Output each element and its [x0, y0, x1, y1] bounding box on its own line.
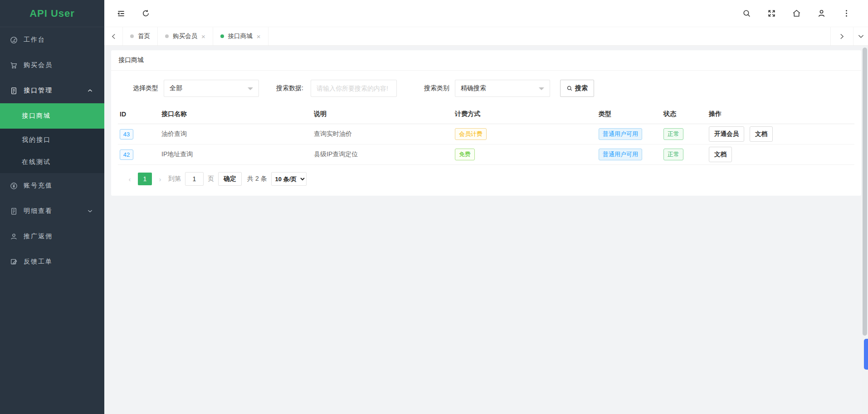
search-input[interactable]: [311, 80, 397, 97]
sidebar-item-label: 账号充值: [24, 182, 104, 190]
goto-page-input[interactable]: [185, 172, 204, 186]
search-icon[interactable]: [742, 9, 752, 19]
tabbar-spacer: [268, 27, 830, 45]
fullscreen-icon[interactable]: [767, 9, 777, 19]
user-icon[interactable]: [817, 9, 827, 19]
person-icon: [10, 233, 18, 241]
status-badge: 正常: [663, 149, 683, 160]
scrollbar-thumb[interactable]: [863, 48, 867, 336]
col-status: 状态: [663, 110, 709, 118]
vertical-scrollbar[interactable]: [862, 46, 868, 414]
tab-api-mall[interactable]: 接口商城 ×: [213, 27, 268, 45]
doc-button[interactable]: 文档: [750, 126, 773, 142]
api-desc: 县级IP查询定位: [314, 150, 455, 159]
table-row: 42 IP地址查询 县级IP查询定位 免费 普通用户可用 正常 文档: [118, 144, 854, 165]
tab-label: 购买会员: [173, 32, 197, 40]
billing-badge: 免费: [455, 149, 475, 160]
tab-label: 接口商城: [228, 32, 253, 40]
tabs-scroll-left-button[interactable]: [104, 27, 123, 45]
tabs-scroll-right-button[interactable]: [830, 27, 853, 45]
collapse-sidebar-icon[interactable]: [116, 9, 126, 19]
col-id: ID: [120, 111, 161, 118]
sidebar-item-label: 反馈工单: [24, 258, 104, 266]
tab-dot: [130, 34, 134, 38]
sidebar-item-label: 接口商城: [22, 112, 51, 120]
tab-label: 首页: [138, 32, 150, 40]
sidebar-item-label: 我的接口: [22, 136, 51, 144]
dashboard-icon: [10, 36, 18, 44]
tab-home[interactable]: 首页: [123, 27, 158, 45]
type-badge: 普通用户可用: [599, 149, 642, 160]
col-type: 类型: [599, 110, 663, 118]
api-table: ID 接口名称 说明 计费方式 类型 状态 操作 43 油价查询 查询实时油价 …: [118, 104, 854, 165]
sidebar-item-label: 推广返佣: [24, 232, 104, 241]
current-page-button[interactable]: 1: [138, 173, 152, 185]
table-row: 43 油价查询 查询实时油价 会员计费 普通用户可用 正常 开通会员 文档: [118, 124, 854, 144]
sidebar-item-details[interactable]: 明细查看: [0, 198, 104, 224]
goto-label: 到第: [168, 175, 181, 183]
sidebar-item-online-test[interactable]: 在线测试: [0, 151, 104, 173]
sidebar-item-api-management[interactable]: 接口管理: [0, 78, 104, 103]
refresh-icon[interactable]: [141, 9, 151, 19]
app-logo: API User: [0, 0, 104, 27]
prev-page-icon[interactable]: ‹: [126, 175, 134, 183]
search-category-label: 搜索类别: [424, 84, 449, 92]
cart-icon: [10, 62, 18, 69]
col-desc: 说明: [314, 110, 455, 118]
api-name: 油价查询: [161, 130, 314, 138]
sidebar-item-api-mall[interactable]: 接口商城: [0, 103, 104, 129]
tab-dot: [165, 34, 169, 38]
tab-dot: [220, 34, 224, 38]
tabs-menu-dropdown-button[interactable]: [853, 27, 868, 45]
tab-close-icon[interactable]: ×: [201, 33, 205, 40]
search-category-select[interactable]: 精确搜索: [455, 80, 550, 97]
api-name: IP地址查询: [161, 150, 314, 159]
col-actions: 操作: [709, 110, 853, 118]
sidebar-item-buy-membership[interactable]: 购买会员: [0, 53, 104, 78]
total-count-label: 共 2 条: [247, 175, 267, 183]
doc-button[interactable]: 文档: [709, 147, 732, 162]
search-button[interactable]: 搜索: [560, 80, 594, 97]
sidebar-item-label: 接口管理: [24, 87, 88, 95]
blue-scroll-marker[interactable]: [864, 339, 868, 370]
type-select-value: 全部: [170, 84, 182, 92]
col-name: 接口名称: [161, 110, 314, 118]
more-vertical-icon[interactable]: [842, 9, 852, 19]
search-small-icon: [566, 85, 573, 91]
open-membership-button[interactable]: 开通会员: [709, 126, 744, 142]
chevron-down-icon: [88, 209, 93, 213]
sidebar-item-label: 工作台: [24, 36, 104, 44]
sidebar-item-recharge[interactable]: 账号充值: [0, 173, 104, 198]
id-badge: 42: [120, 149, 133, 160]
table-header-row: ID 接口名称 说明 计费方式 类型 状态 操作: [118, 104, 854, 124]
sidebar-item-feedback[interactable]: 反馈工单: [0, 249, 104, 274]
confirm-page-button[interactable]: 确定: [218, 172, 242, 186]
sidebar-item-label: 明细查看: [24, 207, 88, 215]
api-desc: 查询实时油价: [314, 130, 455, 138]
page-unit-label: 页: [208, 175, 214, 183]
api-mall-card: 接口商城 选择类型 全部 搜索数据: 搜索类别 精确搜索 搜索: [111, 50, 861, 196]
tab-close-icon[interactable]: ×: [257, 33, 261, 40]
sidebar-item-workbench[interactable]: 工作台: [0, 27, 104, 53]
file-icon: [10, 87, 18, 95]
sidebar-item-label: 在线测试: [22, 158, 51, 166]
feedback-edit-icon: [10, 258, 18, 266]
next-page-icon[interactable]: ›: [156, 175, 164, 183]
page-size-select[interactable]: 10 条/页: [271, 172, 307, 186]
type-badge: 普通用户可用: [599, 128, 642, 140]
type-select[interactable]: 全部: [164, 80, 259, 97]
topbar: [104, 0, 868, 27]
search-category-value: 精确搜索: [461, 84, 486, 92]
pagination: ‹ 1 › 到第 页 确定 共 2 条 10 条/页: [126, 172, 861, 186]
chevron-up-icon: [88, 89, 93, 92]
tabbar: 首页 购买会员 × 接口商城 ×: [104, 27, 868, 46]
billing-badge: 会员计费: [455, 128, 487, 140]
tab-buy-membership[interactable]: 购买会员 ×: [158, 27, 213, 45]
id-badge: 43: [120, 129, 133, 140]
sidebar-item-my-apis[interactable]: 我的接口: [0, 129, 104, 151]
home-icon[interactable]: [792, 9, 802, 19]
sidebar-item-promotion[interactable]: 推广返佣: [0, 224, 104, 249]
sidebar-submenu-api: 接口商城 我的接口 在线测试: [0, 103, 104, 173]
yen-circle-icon: [10, 182, 18, 190]
file-icon: [10, 207, 18, 215]
